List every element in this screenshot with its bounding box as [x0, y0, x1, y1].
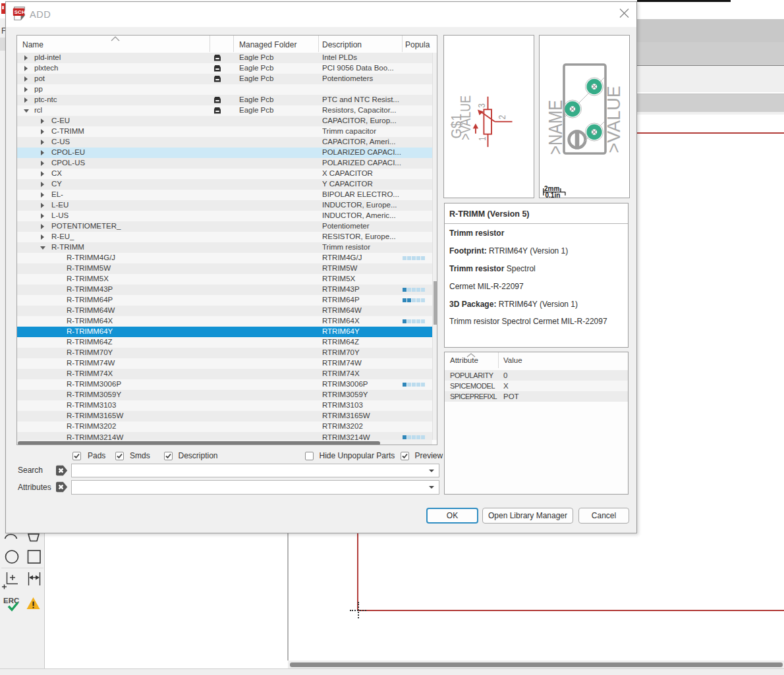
- svg-text:1: 1: [477, 136, 488, 141]
- svg-text:3: 3: [476, 103, 487, 108]
- svg-text:>VALUE: >VALUE: [604, 86, 624, 153]
- svg-text:SCH: SCH: [14, 9, 26, 15]
- svg-text:0.1in: 0.1in: [546, 192, 561, 198]
- svg-text:>VALUE: >VALUE: [458, 95, 474, 140]
- svg-text:2: 2: [497, 115, 507, 120]
